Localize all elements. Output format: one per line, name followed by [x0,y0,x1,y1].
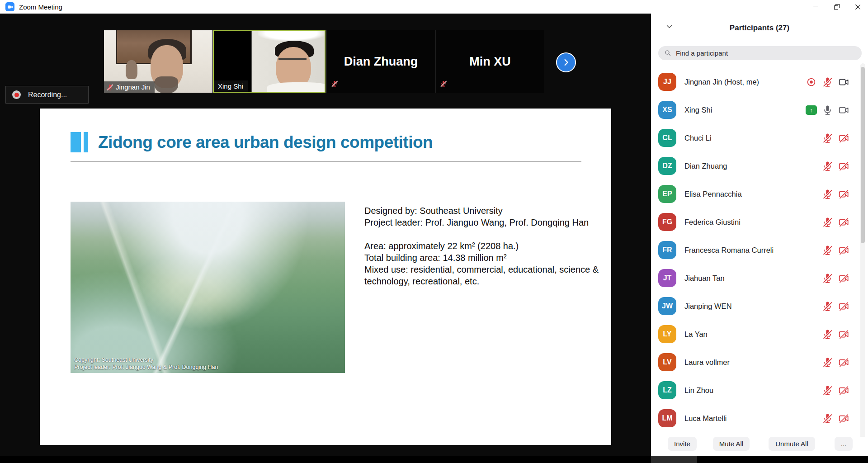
camera-muted-icon[interactable] [838,245,849,256]
invite-button[interactable]: Invite [668,437,697,451]
participants-footer: Invite Mute All Unmute All ... [651,437,868,456]
recording-indicator-icon [806,76,817,88]
close-button[interactable] [847,0,868,14]
participants-panel-title: Participants (27) [651,24,868,33]
unmute-all-button[interactable]: Unmute All [769,437,815,451]
camera-muted-icon[interactable] [838,357,849,368]
participant-row[interactable]: FG Federica Giustini [651,208,860,236]
camera-muted-icon[interactable] [838,132,849,144]
mic-muted-icon[interactable] [822,245,833,256]
recording-dot-icon [12,90,21,99]
participants-list: JJ Jingnan Jin (Host, me) XS Xing Shi CL… [651,68,860,432]
camera-muted-icon[interactable] [838,273,849,284]
participant-row[interactable]: EP Elisa Pennacchia [651,180,860,208]
minimize-button[interactable] [806,0,826,14]
mic-muted-icon[interactable] [822,189,833,200]
mic-muted-icon[interactable] [822,301,833,312]
participant-row[interactable]: DZ Dian Zhuang [651,152,860,180]
camera-muted-icon[interactable] [838,301,849,312]
participant-name: Jingnan Jin (Host, me) [684,78,759,86]
participant-row[interactable]: LM Luca Martelli [651,404,860,432]
participant-name: Francesca Romana Curreli [684,246,774,255]
avatar: LV [658,353,676,371]
tile-name-label: Min XU [469,55,511,69]
participant-search[interactable] [658,46,862,60]
participant-row[interactable]: FR Francesca Romana Curreli [651,236,860,264]
aerial-rendering-image: Copyright: Southeast University Project … [71,202,345,373]
participant-name: Luca Martelli [684,414,727,423]
next-videos-button[interactable] [556,52,576,72]
shared-presentation-slide: Zidong core area urban design competitio… [40,109,611,445]
participant-name: Elisa Pennacchia [684,190,742,198]
participant-row[interactable]: JT Jiahuan Tan [651,264,860,292]
mic-muted-icon[interactable] [822,76,833,88]
mic-muted-icon[interactable] [822,161,833,172]
camera-on-icon[interactable] [838,76,849,88]
video-tile-xing-shi[interactable]: Xing Shi [213,30,326,93]
recording-badge[interactable]: Recording... [5,86,89,104]
tile-name-label: Jingnan Jin [116,83,150,91]
restore-button[interactable] [826,0,847,14]
avatar: LY [658,325,676,343]
search-input[interactable] [676,49,843,57]
mic-muted-icon[interactable] [822,132,833,144]
mic-muted-icon[interactable] [822,217,833,228]
video-tile-dian-zhuang[interactable]: Dian Zhuang [326,30,435,93]
image-caption: Copyright: Southeast University Project … [74,356,218,371]
mic-muted-icon[interactable] [822,357,833,368]
participant-name: Xing Shi [684,106,712,114]
participant-name-chip: Xing Shi [214,80,248,92]
zoom-app-icon [5,2,14,11]
participant-name: Federica Giustini [684,218,741,227]
participant-name-chip: Jingnan Jin [104,81,155,93]
avatar: FG [658,213,676,231]
avatar: EP [658,185,676,203]
video-tile-jingnan-jin[interactable]: Jingnan Jin [104,30,212,93]
slide-divider [71,161,581,162]
slide-accent-bar [84,132,88,152]
mic-on-icon[interactable] [822,104,833,116]
camera-on-icon[interactable] [838,104,849,116]
camera-muted-icon[interactable] [838,189,849,200]
tile-name-label: Dian Zhuang [344,55,418,69]
mic-muted-icon[interactable] [822,413,833,424]
participants-panel: Participants (27) JJ Jingnan Jin (Host, … [651,14,868,456]
participant-row[interactable]: LV Laura vollmer [651,348,860,376]
participant-row[interactable]: JW Jianping WEN [651,292,860,320]
scrollbar-thumb[interactable] [861,67,865,243]
participant-row[interactable]: XS Xing Shi [651,96,860,124]
more-options-button[interactable]: ... [835,437,853,451]
mic-muted-icon[interactable] [822,273,833,284]
camera-muted-icon[interactable] [838,385,849,396]
search-icon [664,49,672,57]
participant-row[interactable]: JJ Jingnan Jin (Host, me) [651,68,860,96]
mute-all-button[interactable]: Mute All [713,437,750,451]
background-sculpture [126,60,137,79]
avatar: XS [658,101,676,119]
restore-icon [833,3,841,11]
camera-muted-icon[interactable] [838,329,849,340]
slide-info-text: Designed by: Southeast University Projec… [364,205,612,287]
recording-label: Recording... [28,91,67,99]
participant-row[interactable]: LZ Lin Zhou [651,376,860,404]
participant-name: Laura vollmer [684,358,730,367]
close-icon [854,3,862,11]
video-tile-min-xu[interactable]: Min XU [435,30,544,93]
camera-muted-icon[interactable] [838,413,849,424]
participant-row[interactable]: LY La Yan [651,320,860,348]
mic-muted-icon[interactable] [822,329,833,340]
camera-muted-icon[interactable] [838,161,849,172]
avatar: LM [658,409,676,427]
mic-muted-icon [331,76,338,90]
participant-name: Chuci Li [684,134,712,142]
mic-muted-icon[interactable] [822,385,833,396]
meeting-stage: Jingnan Jin Xing Shi Dian Zhuang Min XU … [0,14,651,463]
participant-row[interactable]: CL Chuci Li [651,124,860,152]
participant-name: Jianping WEN [684,302,732,311]
avatar: FR [658,241,676,259]
minimize-icon [811,2,821,11]
participant-name: Dian Zhuang [684,162,727,170]
participant-name: Lin Zhou [684,386,713,395]
camera-muted-icon[interactable] [838,217,849,228]
window-title: Zoom Meeting [19,3,62,11]
